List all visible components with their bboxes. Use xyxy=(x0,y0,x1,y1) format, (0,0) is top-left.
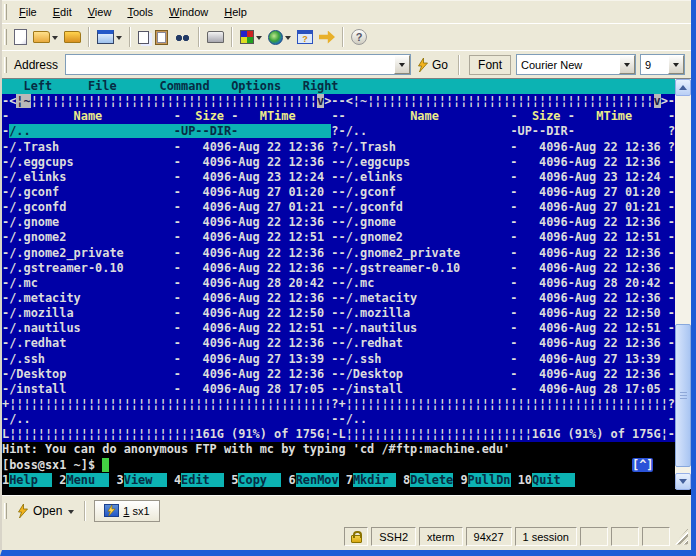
font-combobox[interactable]: Courier New xyxy=(516,54,636,75)
fkey-renmov[interactable]: RenMov xyxy=(296,473,339,487)
mc-menu-options[interactable]: Options xyxy=(231,79,281,93)
file-name[interactable]: /.elinks xyxy=(346,170,403,184)
fkey-copy[interactable]: Copy xyxy=(238,473,281,487)
file-name[interactable]: /.metacity xyxy=(9,291,81,305)
file-name[interactable]: /.mc xyxy=(9,276,38,290)
file-name[interactable]: /install xyxy=(9,382,66,396)
session-tab[interactable]: 1 sx1 xyxy=(94,500,159,522)
file-name[interactable]: /.gnome2 xyxy=(346,230,403,244)
file-up-dir[interactable]: /.. xyxy=(9,124,30,138)
column-header-size[interactable]: Size xyxy=(181,109,231,123)
address-combobox[interactable] xyxy=(65,54,411,75)
file-name[interactable]: /.gconf xyxy=(9,185,59,199)
mc-menu-right[interactable]: Right xyxy=(303,79,339,93)
toolbar-gripper[interactable] xyxy=(4,503,7,519)
terminal-settings-button[interactable] xyxy=(95,28,124,46)
globe-button[interactable] xyxy=(266,28,293,47)
file-name[interactable]: /.eggcups xyxy=(9,155,73,169)
file-name[interactable]: /.gnome2_private xyxy=(9,246,124,260)
mc-menu-command[interactable]: Command xyxy=(160,79,210,93)
address-dropdown-button[interactable] xyxy=(394,55,410,74)
fkey-help[interactable]: Help xyxy=(9,473,52,487)
column-header-name[interactable]: Name xyxy=(74,109,103,123)
open-folder-button[interactable] xyxy=(31,29,60,45)
scroll-up-button[interactable] xyxy=(675,79,691,96)
terminal-screen[interactable]: Left File Command Options Right-<¦~¦¦¦¦¦… xyxy=(2,78,691,495)
toolbar-gripper[interactable] xyxy=(4,29,7,45)
file-name[interactable]: /.ssh xyxy=(346,352,382,366)
find-button[interactable] xyxy=(172,30,193,45)
fkey-quit[interactable]: Quit xyxy=(532,473,575,487)
print-button[interactable] xyxy=(205,29,226,45)
file-name[interactable]: /.mozilla xyxy=(9,306,73,320)
go-button[interactable]: Go xyxy=(411,56,454,74)
column-header-size[interactable]: Size xyxy=(518,109,568,123)
font-dropdown-button[interactable] xyxy=(619,55,635,74)
file-name[interactable]: /.metacity xyxy=(346,291,418,305)
new-session-button[interactable] xyxy=(12,27,29,47)
column-header-mtime[interactable]: MTime xyxy=(575,109,661,123)
mc-menu-file[interactable]: File xyxy=(88,79,117,93)
file-name[interactable]: /.gstreamer-0.10 xyxy=(9,261,124,275)
fkey-mkdir[interactable]: Mkdir xyxy=(353,473,396,487)
file-name[interactable]: /.gnome2_private xyxy=(346,246,461,260)
toolbar-gripper[interactable] xyxy=(4,57,7,73)
fkey-pulldn[interactable]: PullDn xyxy=(468,473,511,487)
mc-menu-left[interactable]: Left xyxy=(23,79,52,93)
file-name[interactable]: /Desktop xyxy=(346,367,403,381)
file-name[interactable]: /.mc xyxy=(346,276,375,290)
file-name[interactable]: /.gnome2 xyxy=(9,230,66,244)
menu-item-tools[interactable]: Tools xyxy=(119,3,161,21)
open-session-button[interactable] xyxy=(62,29,83,45)
toolbar-gripper[interactable] xyxy=(4,4,7,20)
panels-toggle-badge[interactable]: [^] xyxy=(632,458,653,472)
scroll-down-button[interactable] xyxy=(675,473,691,490)
panel-history-forward[interactable]: >- xyxy=(324,94,338,108)
file-name[interactable]: /.mozilla xyxy=(346,306,410,320)
menu-item-file[interactable]: File xyxy=(11,3,45,21)
file-name[interactable]: /.ssh xyxy=(9,352,45,366)
menu-item-edit[interactable]: Edit xyxy=(45,3,80,21)
copy-button[interactable] xyxy=(136,29,151,46)
fkey-edit[interactable]: Edit xyxy=(181,473,224,487)
file-name[interactable]: /install xyxy=(346,382,403,396)
file-name[interactable]: /.nautilus xyxy=(346,321,418,335)
window-question-button[interactable]: ? xyxy=(295,28,315,46)
colors-button[interactable] xyxy=(238,28,264,46)
fkey-menu[interactable]: Menu xyxy=(66,473,109,487)
file-name[interactable]: /.gstreamer-0.10 xyxy=(346,261,461,275)
file-name[interactable]: /.gconf xyxy=(346,185,396,199)
panel-history-back[interactable]: -< xyxy=(339,94,353,108)
font-size-dropdown-button[interactable] xyxy=(668,55,684,74)
terminal-scrollbar[interactable] xyxy=(675,79,691,489)
file-name[interactable]: /.Trash xyxy=(346,140,396,154)
column-header-mtime[interactable]: MTime xyxy=(238,109,324,123)
scrollbar-thumb[interactable] xyxy=(675,324,691,467)
resize-grip[interactable] xyxy=(674,529,688,545)
menu-item-help[interactable]: Help xyxy=(216,3,255,21)
panel-history-dropdown[interactable]: v xyxy=(654,94,661,108)
help-button[interactable]: ? xyxy=(349,27,369,47)
file-name[interactable]: /.redhat xyxy=(9,336,66,350)
file-name[interactable]: /.Trash xyxy=(9,140,59,154)
send-button[interactable] xyxy=(317,29,337,46)
file-name[interactable]: /.gnome xyxy=(9,215,59,229)
font-size-combobox[interactable]: 9 xyxy=(640,54,685,75)
menu-item-view[interactable]: View xyxy=(80,3,120,21)
panel-history-forward[interactable]: >- xyxy=(661,94,675,108)
paste-button[interactable] xyxy=(153,28,170,47)
file-name[interactable]: /.gnome xyxy=(346,215,396,229)
fkey-view[interactable]: View xyxy=(124,473,167,487)
panel-history-back[interactable]: -< xyxy=(2,94,16,108)
column-header-name[interactable]: Name xyxy=(410,109,439,123)
file-name[interactable]: /.gconfd xyxy=(9,200,66,214)
menu-item-window[interactable]: Window xyxy=(161,3,216,21)
file-up-dir[interactable]: /.. xyxy=(346,124,367,138)
open-button[interactable]: Open xyxy=(11,502,80,520)
fkey-delete[interactable]: Delete xyxy=(410,473,453,487)
file-name[interactable]: /.nautilus xyxy=(9,321,81,335)
file-name[interactable]: /.elinks xyxy=(9,170,66,184)
file-name[interactable]: /Desktop xyxy=(9,367,66,381)
file-name[interactable]: /.redhat xyxy=(346,336,403,350)
file-name[interactable]: /.gconfd xyxy=(346,200,403,214)
